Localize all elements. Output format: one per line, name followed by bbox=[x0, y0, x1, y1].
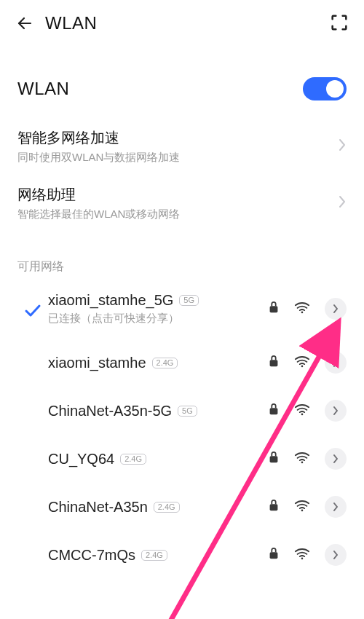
multi-network-accel-row[interactable]: 智能多网络加速 同时使用双WLAN与数据网络加速 bbox=[17, 118, 347, 175]
network-details-button[interactable] bbox=[325, 496, 347, 518]
svg-point-10 bbox=[301, 510, 304, 512]
network-band-badge: 5G bbox=[178, 406, 197, 417]
svg-point-2 bbox=[301, 312, 304, 314]
network-details-button[interactable] bbox=[325, 298, 347, 320]
wifi-signal-icon bbox=[294, 355, 310, 371]
top-bar: WLAN bbox=[0, 0, 364, 47]
wifi-signal-icon bbox=[294, 451, 310, 467]
network-icons bbox=[268, 400, 347, 422]
network-ssid: ChinaNet-A35n-5G bbox=[48, 403, 172, 419]
network-assistant-row[interactable]: 网络助理 智能选择最佳的WLAN或移动网络 bbox=[17, 175, 347, 232]
svg-rect-9 bbox=[270, 504, 278, 510]
network-main: CU_YQ642.4G bbox=[48, 451, 262, 468]
network-icons bbox=[268, 544, 347, 566]
network-row[interactable]: CU_YQ642.4G bbox=[17, 435, 347, 483]
wifi-signal-icon bbox=[294, 547, 310, 563]
wifi-signal-icon bbox=[294, 403, 310, 419]
connected-check-icon bbox=[17, 409, 48, 412]
network-details-button[interactable] bbox=[325, 400, 347, 422]
svg-point-4 bbox=[301, 366, 304, 368]
network-band-badge: 2.4G bbox=[141, 550, 167, 561]
network-main: xiaomi_stamhe_5G5G已连接（点击可快速分享） bbox=[48, 292, 262, 326]
network-icons bbox=[268, 448, 347, 470]
wifi-signal-icon bbox=[294, 499, 310, 515]
toggle-knob bbox=[326, 80, 344, 98]
network-details-button[interactable] bbox=[325, 448, 347, 470]
scan-icon bbox=[329, 12, 349, 33]
network-list: xiaomi_stamhe_5G5G已连接（点击可快速分享）xiaomi_sta… bbox=[17, 279, 347, 579]
connected-check-icon bbox=[17, 505, 48, 508]
chevron-right-icon bbox=[338, 194, 347, 212]
network-ssid: CU_YQ64 bbox=[48, 451, 114, 468]
back-arrow-icon bbox=[16, 15, 33, 32]
lock-icon bbox=[268, 355, 280, 371]
back-button[interactable] bbox=[13, 12, 36, 35]
assist-title: 网络助理 bbox=[17, 185, 180, 205]
wlan-toggle[interactable] bbox=[303, 77, 347, 100]
svg-point-6 bbox=[301, 414, 304, 416]
network-status: 已连接（点击可快速分享） bbox=[48, 312, 262, 326]
lock-icon bbox=[268, 547, 280, 563]
svg-point-12 bbox=[301, 558, 304, 560]
lock-icon bbox=[268, 499, 280, 515]
network-main: ChinaNet-A35n2.4G bbox=[48, 499, 262, 516]
lock-icon bbox=[268, 451, 280, 467]
network-ssid: xiaomi_stamhe bbox=[48, 355, 146, 371]
connected-check-icon bbox=[17, 361, 48, 364]
network-details-button[interactable] bbox=[325, 352, 347, 374]
network-row[interactable]: CMCC-7mQs2.4G bbox=[17, 531, 347, 579]
network-row[interactable]: ChinaNet-A35n-5G5G bbox=[17, 387, 347, 435]
network-band-badge: 5G bbox=[179, 295, 199, 306]
svg-rect-3 bbox=[270, 360, 278, 366]
network-icons bbox=[268, 298, 347, 320]
network-band-badge: 2.4G bbox=[154, 502, 180, 513]
network-ssid: CMCC-7mQs bbox=[48, 547, 135, 564]
accel-subtitle: 同时使用双WLAN与数据网络加速 bbox=[17, 151, 180, 165]
network-row[interactable]: xiaomi_stamhe2.4G bbox=[17, 339, 347, 387]
network-details-button[interactable] bbox=[325, 544, 347, 566]
network-main: xiaomi_stamhe2.4G bbox=[48, 355, 262, 371]
svg-rect-1 bbox=[270, 306, 278, 312]
connected-check-icon bbox=[17, 553, 48, 556]
wifi-signal-icon bbox=[294, 301, 310, 317]
lock-icon bbox=[268, 301, 280, 317]
assist-subtitle: 智能选择最佳的WLAN或移动网络 bbox=[17, 208, 180, 221]
wlan-label: WLAN bbox=[17, 79, 69, 99]
svg-point-8 bbox=[301, 462, 304, 464]
svg-rect-7 bbox=[270, 456, 278, 462]
available-networks-label: 可用网络 bbox=[17, 259, 347, 275]
network-icons bbox=[268, 496, 347, 518]
connected-check-icon bbox=[17, 457, 48, 460]
network-ssid: ChinaNet-A35n bbox=[48, 499, 148, 516]
network-ssid: xiaomi_stamhe_5G bbox=[48, 292, 173, 309]
svg-rect-5 bbox=[270, 408, 278, 414]
wlan-toggle-row: WLAN bbox=[17, 77, 347, 100]
network-row[interactable]: xiaomi_stamhe_5G5G已连接（点击可快速分享） bbox=[17, 279, 347, 339]
svg-rect-11 bbox=[270, 552, 278, 559]
network-band-badge: 2.4G bbox=[120, 454, 146, 465]
wlan-settings-screen: { "header": { "title": "WLAN" }, "main":… bbox=[0, 0, 364, 619]
content-section: WLAN 智能多网络加速 同时使用双WLAN与数据网络加速 网络助理 智能选择最… bbox=[0, 77, 364, 579]
network-icons bbox=[268, 352, 347, 374]
network-main: ChinaNet-A35n-5G5G bbox=[48, 403, 262, 419]
lock-icon bbox=[268, 403, 280, 419]
chevron-right-icon bbox=[338, 138, 347, 155]
connected-check-icon bbox=[17, 300, 48, 318]
scan-qr-button[interactable] bbox=[329, 12, 351, 34]
network-band-badge: 2.4G bbox=[152, 358, 178, 368]
network-main: CMCC-7mQs2.4G bbox=[48, 547, 262, 564]
network-row[interactable]: ChinaNet-A35n2.4G bbox=[17, 483, 347, 531]
accel-title: 智能多网络加速 bbox=[17, 128, 180, 148]
page-title: WLAN bbox=[45, 13, 97, 33]
